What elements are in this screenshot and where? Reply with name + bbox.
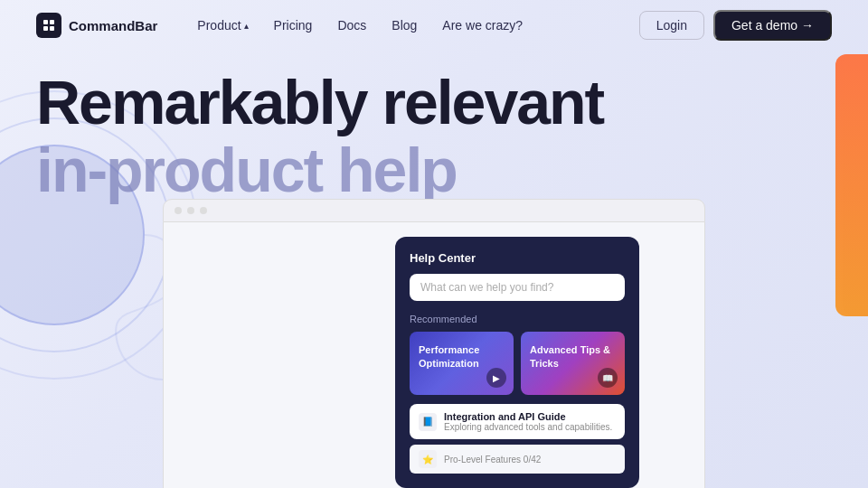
- pro-level-item[interactable]: ⭐ Pro-Level Features 0/42: [410, 445, 625, 474]
- browser-mockup: Help Center What can we help you find? R…: [163, 199, 705, 488]
- help-card-tips[interactable]: Advanced Tips & Tricks 📖: [521, 332, 625, 395]
- logo-icon: [36, 13, 61, 38]
- help-section-label: Recommended: [410, 314, 625, 324]
- nav-pricing[interactable]: Pricing: [263, 13, 324, 38]
- pro-level-text: Pro-Level Features 0/42: [444, 455, 541, 465]
- help-center-title: Help Center: [410, 251, 625, 265]
- help-recommended-cards: Performance Optimization ▶ Advanced Tips…: [410, 332, 625, 395]
- svg-rect-0: [43, 20, 48, 24]
- logo[interactable]: CommandBar: [36, 13, 157, 38]
- hero-title-sub: in-product help: [36, 136, 832, 204]
- help-list-item-1-text: Integration and API Guide Exploring adva…: [444, 411, 612, 432]
- browser-content: Help Center What can we help you find? R…: [163, 222, 705, 488]
- browser-left-panel: [178, 237, 395, 488]
- help-center-widget: Help Center What can we help you find? R…: [395, 237, 639, 488]
- demo-button[interactable]: Get a demo →: [713, 10, 832, 41]
- help-card-performance[interactable]: Performance Optimization ▶: [410, 332, 514, 395]
- navbar: CommandBar Product ▴ Pricing Docs Blog A…: [0, 0, 868, 51]
- product-arrow-icon: ▴: [244, 21, 249, 31]
- hero-section: Remarkably relevant in-product help: [0, 51, 868, 204]
- nav-docs[interactable]: Docs: [326, 13, 377, 38]
- browser-right-panel: Help Center What can we help you find? R…: [395, 237, 690, 488]
- nav-links: Product ▴ Pricing Docs Blog Are we crazy…: [186, 13, 638, 38]
- help-search-placeholder[interactable]: What can we help you find?: [410, 274, 625, 301]
- nav-actions: Login Get a demo →: [639, 10, 832, 41]
- svg-rect-3: [50, 26, 54, 31]
- integration-desc: Exploring advanced tools and capabilitie…: [444, 422, 612, 432]
- nav-blog[interactable]: Blog: [381, 13, 428, 38]
- browser-dot-3: [200, 207, 207, 214]
- book-icon: 📖: [598, 368, 618, 388]
- browser-dot-1: [175, 207, 182, 214]
- svg-rect-2: [43, 26, 48, 31]
- play-icon: ▶: [486, 368, 506, 388]
- hero-title-main: Remarkably relevant: [36, 69, 832, 136]
- browser-dot-2: [187, 207, 194, 214]
- svg-rect-1: [50, 20, 54, 24]
- help-card-performance-title: Performance Optimization: [419, 343, 505, 370]
- pro-level-icon: ⭐: [419, 450, 437, 468]
- nav-product[interactable]: Product ▴: [186, 13, 259, 38]
- help-card-tips-title: Advanced Tips & Tricks: [530, 343, 616, 370]
- login-button[interactable]: Login: [639, 11, 704, 40]
- logo-text: CommandBar: [69, 18, 157, 33]
- help-list-item-1[interactable]: 📘 Integration and API Guide Exploring ad…: [410, 404, 625, 439]
- integration-title: Integration and API Guide: [444, 411, 612, 422]
- nav-crazy[interactable]: Are we crazy?: [431, 13, 533, 38]
- integration-icon: 📘: [419, 413, 437, 431]
- browser-bar: [163, 199, 705, 222]
